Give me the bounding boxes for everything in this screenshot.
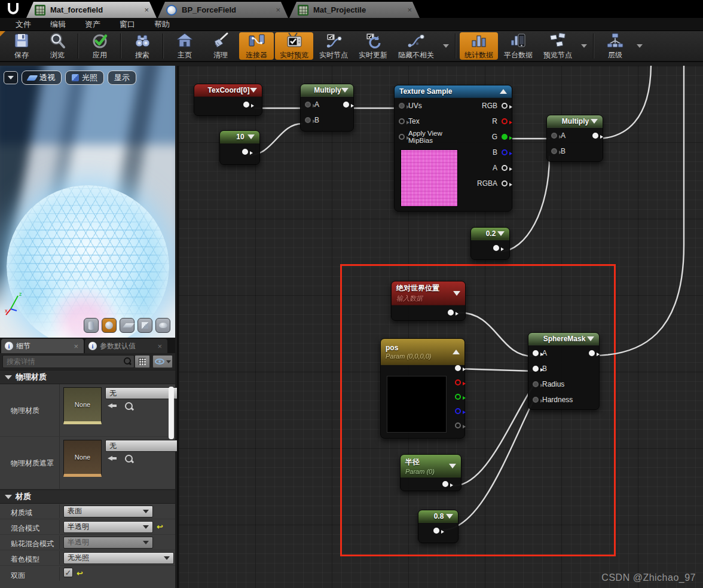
output-pin-rgba[interactable] bbox=[502, 180, 508, 186]
input-pin-hardness[interactable] bbox=[533, 397, 539, 403]
close-icon[interactable]: × bbox=[142, 5, 151, 14]
lit-mode-button[interactable]: 光照 bbox=[65, 71, 104, 85]
output-pin[interactable] bbox=[448, 310, 454, 316]
node-header[interactable]: Multiply bbox=[301, 84, 353, 97]
input-pin-b[interactable] bbox=[533, 366, 539, 372]
close-icon[interactable]: × bbox=[274, 5, 282, 14]
node-constant-0-2[interactable]: 0.2 bbox=[470, 227, 510, 260]
node-pos-parameter[interactable]: posParam (0,0,0,0) bbox=[380, 338, 465, 439]
node-header[interactable]: Texture Sample bbox=[395, 85, 512, 98]
close-icon[interactable]: × bbox=[405, 5, 414, 14]
save-button[interactable]: 保存 bbox=[4, 32, 39, 60]
home-button[interactable]: 主页 bbox=[167, 32, 202, 60]
chevron-down-icon[interactable] bbox=[250, 88, 257, 93]
chevron-down-icon[interactable] bbox=[637, 44, 643, 48]
output-pin[interactable] bbox=[493, 245, 499, 251]
unreal-logo[interactable] bbox=[0, 0, 26, 18]
menu-edit[interactable]: 编辑 bbox=[41, 19, 75, 30]
live-preview-button[interactable]: 实时预览 bbox=[275, 32, 313, 60]
asset-tab-mat-projectile[interactable]: Mat_Projectile × bbox=[289, 2, 420, 18]
input-pin-tex[interactable] bbox=[399, 118, 405, 124]
node-header[interactable]: 0.8 bbox=[418, 510, 458, 523]
asset-tab-bp-forcefield[interactable]: BP_ForceField × bbox=[158, 2, 288, 18]
output-pin-rgba[interactable] bbox=[455, 365, 461, 371]
menu-asset[interactable]: 资产 bbox=[75, 19, 110, 30]
output-pin-a[interactable] bbox=[455, 422, 461, 428]
node-texture-sample[interactable]: Texture Sample UVs Tex Apply View MipBia… bbox=[394, 85, 512, 212]
close-icon[interactable]: × bbox=[72, 342, 80, 351]
use-selected-asset-icon[interactable] bbox=[108, 402, 117, 410]
input-pin-b[interactable] bbox=[551, 148, 557, 154]
two-sided-checkbox[interactable]: ✓ bbox=[63, 568, 73, 577]
chevron-up-icon[interactable] bbox=[500, 89, 507, 94]
preview-node-button[interactable]: 预览节点 bbox=[539, 32, 577, 60]
output-pin-g[interactable] bbox=[502, 134, 508, 140]
menu-file[interactable]: 文件 bbox=[6, 19, 41, 30]
node-constant-10[interactable]: 10 bbox=[219, 130, 260, 165]
browse-to-asset-icon[interactable] bbox=[124, 454, 134, 464]
node-texcoord[interactable]: TexCoord[0] bbox=[194, 84, 262, 116]
node-multiply-1[interactable]: Multiply A B bbox=[300, 84, 354, 131]
chevron-down-icon[interactable] bbox=[581, 44, 587, 48]
shape-sphere-button[interactable] bbox=[102, 318, 117, 333]
node-constant-0-8[interactable]: 0.8 bbox=[418, 510, 459, 543]
browse-to-asset-icon[interactable] bbox=[124, 402, 134, 411]
asset-thumbnail[interactable]: None bbox=[63, 440, 102, 477]
chevron-down-icon[interactable] bbox=[446, 514, 453, 519]
clean-button[interactable]: 清理 bbox=[203, 32, 238, 60]
node-multiply-2[interactable]: Multiply A B bbox=[546, 115, 603, 162]
output-pin-b[interactable] bbox=[455, 408, 461, 414]
output-pin[interactable] bbox=[243, 102, 249, 108]
output-pin-rgb[interactable] bbox=[502, 103, 508, 109]
node-radius-parameter[interactable]: 半径Param (0) bbox=[400, 454, 461, 491]
chevron-up-icon[interactable] bbox=[453, 350, 460, 354]
apply-button[interactable]: 应用 bbox=[82, 32, 117, 60]
shading-model-select[interactable]: 无光照 bbox=[63, 552, 174, 564]
node-header[interactable]: Multiply bbox=[547, 115, 603, 128]
chevron-down-icon[interactable] bbox=[247, 134, 255, 139]
node-header[interactable]: SphereMask bbox=[528, 333, 599, 345]
output-pin-r[interactable] bbox=[502, 118, 508, 124]
use-selected-asset-icon[interactable] bbox=[108, 454, 117, 463]
node-header[interactable]: 0.2 bbox=[471, 228, 509, 240]
shape-cylinder-button[interactable] bbox=[84, 318, 99, 333]
live-nodes-button[interactable]: 实时节点 bbox=[314, 32, 353, 60]
output-pin[interactable] bbox=[589, 350, 595, 356]
tab-details[interactable]: i 细节 × bbox=[1, 339, 84, 353]
live-update-button[interactable]: 实时更新 bbox=[354, 32, 392, 60]
chevron-down-icon[interactable] bbox=[591, 119, 598, 124]
shape-cube-button[interactable] bbox=[137, 318, 152, 333]
node-sphere-mask[interactable]: SphereMask A B Radius Hardness bbox=[528, 332, 600, 410]
chevron-down-icon[interactable] bbox=[449, 464, 456, 468]
section-material[interactable]: 材质 bbox=[0, 489, 175, 504]
input-pin-a[interactable] bbox=[305, 102, 311, 108]
output-pin[interactable] bbox=[442, 481, 448, 487]
chevron-down-icon[interactable] bbox=[587, 336, 594, 341]
chevron-down-icon[interactable] bbox=[341, 88, 349, 93]
output-pin-a[interactable] bbox=[502, 165, 508, 171]
property-matrix-button[interactable] bbox=[135, 355, 150, 368]
section-physical-material[interactable]: 物理材质 bbox=[0, 370, 175, 384]
preview-viewport[interactable]: 透视 光照 显示 z x bbox=[0, 66, 175, 338]
platform-stats-button[interactable]: 平台数据 bbox=[499, 32, 537, 60]
stats-button[interactable]: 统计数据 bbox=[460, 32, 498, 60]
asset-tab-mat-forcefield[interactable]: Mat_forcefield × bbox=[26, 2, 157, 18]
node-header[interactable]: 10 bbox=[220, 131, 259, 143]
search-input[interactable] bbox=[2, 355, 135, 368]
output-pin[interactable] bbox=[592, 133, 598, 139]
input-pin-a[interactable] bbox=[551, 133, 557, 139]
menu-help[interactable]: 帮助 bbox=[145, 19, 179, 30]
asset-thumbnail[interactable]: None bbox=[63, 387, 102, 424]
reset-to-default-icon[interactable]: ↩ bbox=[77, 568, 83, 580]
material-domain-select[interactable]: 表面 bbox=[63, 506, 153, 517]
show-button[interactable]: 显示 bbox=[108, 71, 136, 85]
material-graph-canvas[interactable]: TexCoord[0] Multiply A B Texture Sample … bbox=[177, 66, 703, 588]
blend-mode-select[interactable]: 半透明 bbox=[63, 521, 153, 533]
details-scrollbar[interactable] bbox=[169, 387, 174, 439]
output-pin-b[interactable] bbox=[502, 149, 508, 155]
output-pin-r[interactable] bbox=[455, 379, 461, 385]
input-pin-b[interactable] bbox=[305, 117, 311, 123]
input-pin-uvs[interactable] bbox=[399, 103, 405, 109]
shape-teapot-button[interactable] bbox=[155, 318, 170, 333]
input-pin-radius[interactable] bbox=[533, 381, 539, 387]
